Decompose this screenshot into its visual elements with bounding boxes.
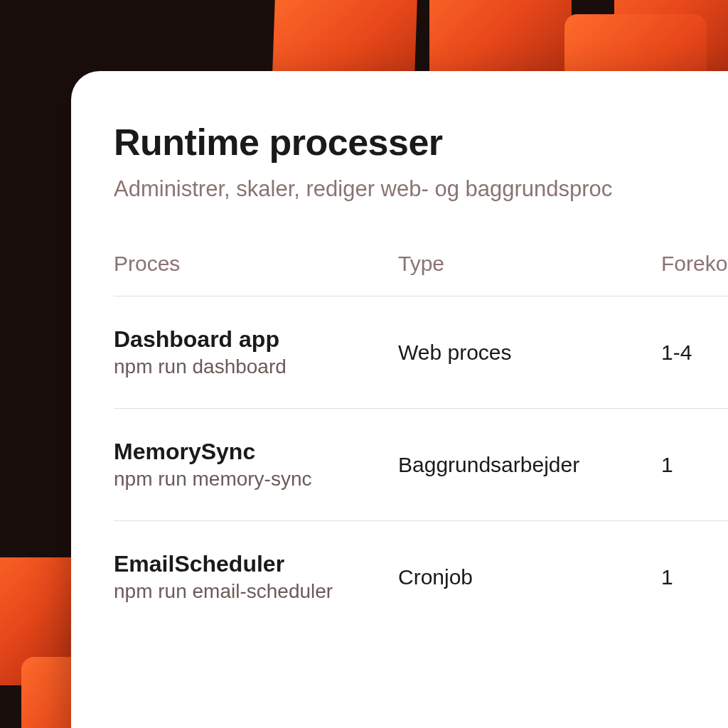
process-command: npm run memory-sync xyxy=(114,468,398,491)
process-name: MemorySync xyxy=(114,439,398,465)
page-subtitle: Administrer, skaler, rediger web- og bag… xyxy=(114,176,728,202)
process-name: Dashboard app xyxy=(114,326,398,353)
process-command: npm run email-scheduler xyxy=(114,580,398,603)
column-header-type: Type xyxy=(398,252,661,276)
process-command: npm run dashboard xyxy=(114,355,398,378)
page-title: Runtime processer xyxy=(114,121,728,164)
processes-table: Proces Type Foreko Dashboard app npm run… xyxy=(114,252,728,633)
table-header: Proces Type Foreko xyxy=(114,252,728,296)
process-type: Baggrundsarbejder xyxy=(398,453,661,477)
process-instances: 1 xyxy=(661,453,728,477)
table-row[interactable]: MemorySync npm run memory-sync Baggrunds… xyxy=(114,409,728,521)
process-instances: 1-4 xyxy=(661,341,728,365)
table-row[interactable]: Dashboard app npm run dashboard Web proc… xyxy=(114,296,728,409)
process-instances: 1 xyxy=(661,565,728,589)
process-type: Cronjob xyxy=(398,565,661,589)
column-header-instances: Foreko xyxy=(661,252,728,276)
table-row[interactable]: EmailScheduler npm run email-scheduler C… xyxy=(114,521,728,633)
processes-card: Runtime processer Administrer, skaler, r… xyxy=(71,71,728,728)
process-name: EmailScheduler xyxy=(114,551,398,577)
process-type: Web proces xyxy=(398,341,661,365)
column-header-process: Proces xyxy=(114,252,398,276)
